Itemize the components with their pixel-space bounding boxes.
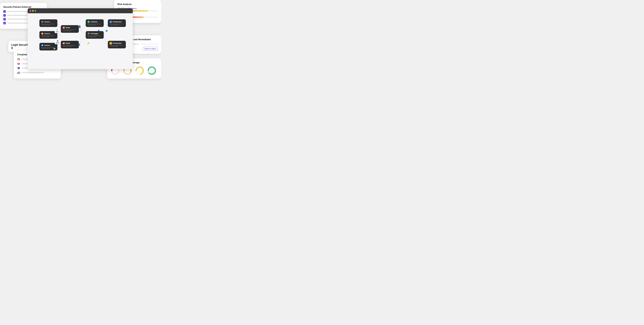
pipeline: Source Source bbox=[32, 16, 128, 66]
node-build1-bar2 bbox=[62, 30, 71, 31]
browser-titlebar bbox=[28, 8, 133, 13]
sast-icon: 🔷 bbox=[56, 40, 58, 42]
browser-window: Source Source bbox=[28, 8, 133, 69]
sdlc-line-4 bbox=[22, 72, 44, 73]
traffic-light-yellow[interactable] bbox=[32, 10, 34, 12]
node-prod1-bar1 bbox=[110, 24, 123, 24]
node-source1: Source bbox=[40, 19, 58, 27]
github-icon bbox=[17, 58, 20, 61]
node-prod2-bar1 bbox=[110, 45, 123, 46]
node-source3-bar2 bbox=[41, 48, 50, 49]
node-build2-bar1 bbox=[62, 45, 76, 46]
node-packages: Packages bbox=[86, 31, 104, 39]
node-source1-title: Source bbox=[44, 21, 50, 23]
donut-4 bbox=[147, 66, 157, 76]
node-build1: Build bbox=[61, 25, 79, 33]
node-packages-icon bbox=[88, 32, 90, 35]
node-prod2-bar2 bbox=[110, 46, 118, 47]
node-source1-bar2 bbox=[41, 25, 50, 25]
node-build2-bar2 bbox=[62, 46, 71, 47]
key-icon: 🔑 bbox=[87, 42, 90, 44]
node-prod1-bar2 bbox=[110, 25, 118, 25]
person-icon-1: 👤 bbox=[78, 25, 81, 28]
gitlab-icon bbox=[17, 62, 20, 65]
node-source1-bar1 bbox=[41, 24, 54, 24]
node-artifacts-bar2 bbox=[88, 25, 96, 25]
person-icon-2: 👤 bbox=[78, 44, 80, 46]
node-prod2: aws Production bbox=[108, 41, 126, 48]
node-build1-bar1 bbox=[62, 30, 76, 30]
node-prod2-title: Production bbox=[113, 42, 122, 44]
cube-icon: 🔷 bbox=[106, 30, 108, 32]
puppet-icon: 🤖 bbox=[17, 71, 20, 74]
badge-sca: 🛡️ SCA bbox=[54, 28, 60, 33]
node-artifacts-icon: ● bbox=[88, 20, 90, 23]
node-build2: Build bbox=[61, 41, 79, 48]
bitbucket-icon bbox=[17, 67, 20, 70]
issue-line-2 bbox=[140, 44, 158, 45]
node-artifacts-title: Artifacts bbox=[91, 21, 98, 23]
sdlc-item-puppet: 🤖 bbox=[17, 71, 58, 74]
box-icon: 📦 bbox=[53, 48, 56, 50]
svg-point-11 bbox=[148, 67, 156, 74]
node-prod1-title: Production bbox=[113, 21, 122, 23]
sca-label: SCA bbox=[56, 31, 58, 32]
sast-label: SAST bbox=[56, 42, 60, 44]
security-policies-title: Security Policies Enforced bbox=[3, 6, 44, 8]
node-artifacts-bar1 bbox=[88, 24, 100, 24]
node-prod1: G Production bbox=[108, 19, 126, 27]
node-build2-icon bbox=[62, 42, 65, 44]
node-build1-icon bbox=[62, 26, 65, 29]
node-source3-icon bbox=[41, 44, 44, 46]
node-artifacts: ● Artifacts bbox=[86, 19, 104, 27]
node-build2-title: Build bbox=[66, 42, 70, 44]
node-source2-bar1 bbox=[41, 36, 54, 36]
node-source3-bar1 bbox=[41, 47, 54, 48]
sca-icon: 🛡️ bbox=[56, 29, 58, 31]
checkbox-1 bbox=[3, 10, 6, 13]
node-packages-title: Packages bbox=[91, 32, 98, 34]
checkbox-3 bbox=[3, 18, 6, 20]
node-source3-title: Source bbox=[44, 44, 50, 46]
browser-content: Source Source bbox=[28, 13, 133, 69]
send-to-owner-button[interactable]: Send to owner bbox=[143, 47, 158, 51]
badge-sast: 🔷 SAST bbox=[54, 40, 60, 44]
node-build1-title: Build bbox=[66, 27, 70, 28]
node-source2-bar2 bbox=[41, 36, 50, 37]
node-packages-bar2 bbox=[88, 36, 96, 37]
node-packages-bar1 bbox=[88, 36, 100, 36]
node-source1-icon bbox=[41, 20, 44, 23]
traffic-light-green[interactable] bbox=[34, 10, 36, 12]
donut-3 bbox=[135, 66, 144, 76]
risk-analysis-title: Risk Analysis bbox=[118, 3, 158, 6]
checkbox-4 bbox=[3, 22, 6, 24]
node-prod1-icon: G bbox=[110, 20, 112, 23]
node-source2-icon bbox=[41, 32, 44, 35]
checkbox-2 bbox=[3, 14, 6, 16]
traffic-light-red[interactable] bbox=[30, 10, 31, 12]
node-source2-title: Source bbox=[44, 32, 50, 34]
node-prod2-icon: aws bbox=[110, 42, 112, 44]
